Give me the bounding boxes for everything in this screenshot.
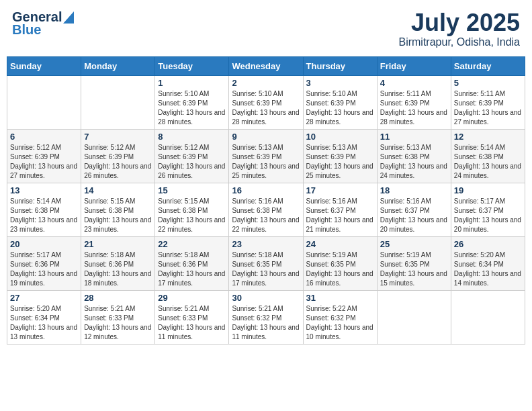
cell-daylight-info: Sunrise: 5:13 AM Sunset: 6:38 PM Dayligh… [380,143,448,181]
calendar-cell: 15Sunrise: 5:15 AM Sunset: 6:38 PM Dayli… [155,183,229,236]
cell-daylight-info: Sunrise: 5:12 AM Sunset: 6:39 PM Dayligh… [10,143,78,181]
calendar-cell: 21Sunrise: 5:18 AM Sunset: 6:36 PM Dayli… [81,236,155,290]
calendar-cell: 26Sunrise: 5:20 AM Sunset: 6:34 PM Dayli… [451,236,525,290]
day-number: 25 [380,239,448,249]
calendar-cell [377,290,451,344]
svg-marker-0 [63,11,74,24]
calendar-cell: 23Sunrise: 5:18 AM Sunset: 6:35 PM Dayli… [229,236,303,290]
calendar-cell: 3Sunrise: 5:10 AM Sunset: 6:39 PM Daylig… [303,75,377,129]
calendar-cell: 19Sunrise: 5:17 AM Sunset: 6:37 PM Dayli… [451,183,525,236]
day-number: 21 [84,239,152,249]
day-number: 18 [380,185,448,195]
cell-daylight-info: Sunrise: 5:14 AM Sunset: 6:38 PM Dayligh… [10,197,78,234]
title-section: July 2025 Birmitrapur, Odisha, India [398,9,520,48]
cell-daylight-info: Sunrise: 5:10 AM Sunset: 6:39 PM Dayligh… [232,89,300,127]
weekday-header-thursday: Thursday [303,56,377,75]
calendar-week-row: 13Sunrise: 5:14 AM Sunset: 6:38 PM Dayli… [7,183,525,236]
weekday-header-sunday: Sunday [7,56,81,75]
day-number: 7 [84,132,152,142]
day-number: 17 [306,185,374,195]
day-number: 24 [306,239,374,249]
cell-daylight-info: Sunrise: 5:20 AM Sunset: 6:34 PM Dayligh… [10,304,78,342]
month-year-title: July 2025 [398,9,520,36]
cell-daylight-info: Sunrise: 5:16 AM Sunset: 6:37 PM Dayligh… [380,197,448,234]
calendar-cell: 16Sunrise: 5:16 AM Sunset: 6:38 PM Dayli… [229,183,303,236]
calendar-cell: 30Sunrise: 5:21 AM Sunset: 6:32 PM Dayli… [229,290,303,344]
calendar-cell: 18Sunrise: 5:16 AM Sunset: 6:37 PM Dayli… [377,183,451,236]
day-number: 10 [306,132,374,142]
calendar-week-row: 27Sunrise: 5:20 AM Sunset: 6:34 PM Dayli… [7,290,525,344]
cell-daylight-info: Sunrise: 5:13 AM Sunset: 6:39 PM Dayligh… [306,143,374,181]
cell-daylight-info: Sunrise: 5:10 AM Sunset: 6:39 PM Dayligh… [306,89,374,127]
calendar-week-row: 20Sunrise: 5:17 AM Sunset: 6:36 PM Dayli… [7,236,525,290]
day-number: 20 [10,239,78,249]
calendar-table: SundayMondayTuesdayWednesdayThursdayFrid… [7,56,525,345]
cell-daylight-info: Sunrise: 5:18 AM Sunset: 6:36 PM Dayligh… [158,250,226,288]
weekday-header-tuesday: Tuesday [155,56,229,75]
day-number: 11 [380,132,448,142]
day-number: 2 [232,78,300,88]
weekday-header-saturday: Saturday [451,56,525,75]
calendar-cell [81,75,155,129]
cell-daylight-info: Sunrise: 5:16 AM Sunset: 6:37 PM Dayligh… [306,197,374,234]
cell-daylight-info: Sunrise: 5:18 AM Sunset: 6:35 PM Dayligh… [232,250,300,288]
calendar-cell: 11Sunrise: 5:13 AM Sunset: 6:38 PM Dayli… [377,129,451,183]
calendar-cell: 28Sunrise: 5:21 AM Sunset: 6:33 PM Dayli… [81,290,155,344]
calendar-cell: 25Sunrise: 5:19 AM Sunset: 6:35 PM Dayli… [377,236,451,290]
calendar-week-row: 1Sunrise: 5:10 AM Sunset: 6:39 PM Daylig… [7,75,525,129]
calendar-cell: 27Sunrise: 5:20 AM Sunset: 6:34 PM Dayli… [7,290,81,344]
day-number: 30 [232,293,300,303]
calendar-cell: 2Sunrise: 5:10 AM Sunset: 6:39 PM Daylig… [229,75,303,129]
logo-bird-icon [63,11,74,24]
weekday-header-row: SundayMondayTuesdayWednesdayThursdayFrid… [7,56,525,75]
cell-daylight-info: Sunrise: 5:21 AM Sunset: 6:32 PM Dayligh… [232,304,300,342]
calendar-cell: 14Sunrise: 5:15 AM Sunset: 6:38 PM Dayli… [81,183,155,236]
calendar-cell: 13Sunrise: 5:14 AM Sunset: 6:38 PM Dayli… [7,183,81,236]
page-header: General Blue July 2025 Birmitrapur, Odis… [7,7,525,51]
day-number: 29 [158,293,226,303]
calendar-cell: 1Sunrise: 5:10 AM Sunset: 6:39 PM Daylig… [155,75,229,129]
calendar-cell: 24Sunrise: 5:19 AM Sunset: 6:35 PM Dayli… [303,236,377,290]
day-number: 28 [84,293,152,303]
day-number: 1 [158,78,226,88]
cell-daylight-info: Sunrise: 5:11 AM Sunset: 6:39 PM Dayligh… [454,89,522,127]
calendar-cell: 31Sunrise: 5:22 AM Sunset: 6:32 PM Dayli… [303,290,377,344]
calendar-cell: 10Sunrise: 5:13 AM Sunset: 6:39 PM Dayli… [303,129,377,183]
day-number: 22 [158,239,226,249]
cell-daylight-info: Sunrise: 5:14 AM Sunset: 6:38 PM Dayligh… [454,143,522,181]
day-number: 15 [158,185,226,195]
cell-daylight-info: Sunrise: 5:17 AM Sunset: 6:36 PM Dayligh… [10,250,78,288]
calendar-cell: 5Sunrise: 5:11 AM Sunset: 6:39 PM Daylig… [451,75,525,129]
cell-daylight-info: Sunrise: 5:20 AM Sunset: 6:34 PM Dayligh… [454,250,522,288]
weekday-header-wednesday: Wednesday [229,56,303,75]
calendar-cell: 17Sunrise: 5:16 AM Sunset: 6:37 PM Dayli… [303,183,377,236]
day-number: 3 [306,78,374,88]
cell-daylight-info: Sunrise: 5:21 AM Sunset: 6:33 PM Dayligh… [158,304,226,342]
calendar-cell: 6Sunrise: 5:12 AM Sunset: 6:39 PM Daylig… [7,129,81,183]
cell-daylight-info: Sunrise: 5:11 AM Sunset: 6:39 PM Dayligh… [380,89,448,127]
day-number: 16 [232,185,300,195]
weekday-header-friday: Friday [377,56,451,75]
day-number: 12 [454,132,522,142]
cell-daylight-info: Sunrise: 5:19 AM Sunset: 6:35 PM Dayligh… [380,250,448,288]
calendar-cell [451,290,525,344]
logo-blue-text: Blue [12,22,41,38]
calendar-cell: 12Sunrise: 5:14 AM Sunset: 6:38 PM Dayli… [451,129,525,183]
cell-daylight-info: Sunrise: 5:22 AM Sunset: 6:32 PM Dayligh… [306,304,374,342]
calendar-cell: 4Sunrise: 5:11 AM Sunset: 6:39 PM Daylig… [377,75,451,129]
calendar-cell: 9Sunrise: 5:13 AM Sunset: 6:39 PM Daylig… [229,129,303,183]
day-number: 5 [454,78,522,88]
day-number: 8 [158,132,226,142]
calendar-cell: 8Sunrise: 5:12 AM Sunset: 6:39 PM Daylig… [155,129,229,183]
calendar-cell: 29Sunrise: 5:21 AM Sunset: 6:33 PM Dayli… [155,290,229,344]
day-number: 26 [454,239,522,249]
cell-daylight-info: Sunrise: 5:12 AM Sunset: 6:39 PM Dayligh… [158,143,226,181]
cell-daylight-info: Sunrise: 5:12 AM Sunset: 6:39 PM Dayligh… [84,143,152,181]
day-number: 19 [454,185,522,195]
day-number: 9 [232,132,300,142]
cell-daylight-info: Sunrise: 5:15 AM Sunset: 6:38 PM Dayligh… [158,197,226,234]
day-number: 4 [380,78,448,88]
cell-daylight-info: Sunrise: 5:21 AM Sunset: 6:33 PM Dayligh… [84,304,152,342]
calendar-cell: 22Sunrise: 5:18 AM Sunset: 6:36 PM Dayli… [155,236,229,290]
day-number: 27 [10,293,78,303]
